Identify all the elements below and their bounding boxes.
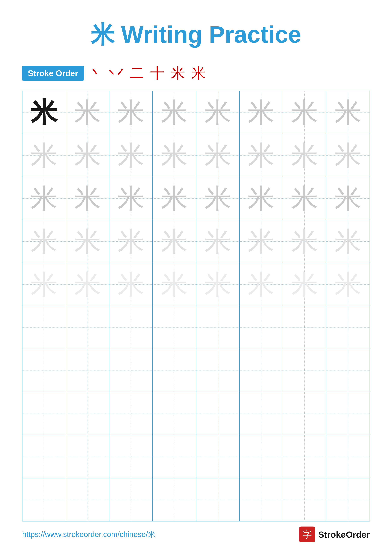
grid-cell[interactable]: 米 — [66, 220, 109, 263]
grid-cell[interactable]: 米 — [196, 134, 240, 177]
grid-cell[interactable] — [326, 392, 370, 435]
title-character: 米 — [91, 21, 114, 48]
grid-cell[interactable] — [240, 349, 283, 392]
grid-cell[interactable] — [109, 349, 153, 392]
grid-cell[interactable]: 米 — [326, 177, 370, 220]
cell-character: 米 — [74, 228, 101, 255]
grid-cell[interactable] — [153, 478, 196, 521]
grid-cell[interactable]: 米 — [66, 263, 109, 306]
grid-cell[interactable]: 米 — [109, 263, 153, 306]
grid-cell[interactable]: 米 — [22, 263, 66, 306]
grid-cell[interactable]: 米 — [196, 220, 240, 263]
grid-cell[interactable]: 米 — [240, 134, 283, 177]
grid-cell[interactable] — [109, 392, 153, 435]
grid-cell[interactable]: 米 — [153, 134, 196, 177]
stroke-order-badge: Stroke Order — [22, 66, 84, 81]
grid-cell[interactable]: 米 — [153, 91, 196, 134]
grid-cell[interactable] — [66, 349, 109, 392]
grid-cell[interactable] — [283, 306, 327, 349]
grid-cell[interactable] — [109, 306, 153, 349]
grid-cell[interactable]: 米 — [22, 177, 66, 220]
grid-cell[interactable] — [196, 435, 240, 478]
grid-cell[interactable] — [283, 478, 327, 521]
practice-grid: 米米米米米米米米米米米米米米米米米米米米米米米米米米米米米米米米米米米米米米米米 — [22, 91, 370, 521]
grid-cell[interactable] — [326, 435, 370, 478]
grid-cell[interactable] — [153, 392, 196, 435]
grid-cell[interactable] — [283, 349, 327, 392]
grid-cell[interactable] — [66, 306, 109, 349]
grid-cell[interactable]: 米 — [326, 134, 370, 177]
cell-character: 米 — [117, 99, 144, 126]
cell-character: 米 — [204, 271, 231, 298]
grid-cell[interactable] — [153, 349, 196, 392]
grid-cell[interactable]: 米 — [240, 263, 283, 306]
footer-url[interactable]: https://www.strokeorder.com/chinese/米 — [22, 529, 156, 540]
grid-cell[interactable] — [240, 435, 283, 478]
grid-cell[interactable] — [22, 349, 66, 392]
cell-character: 米 — [117, 142, 144, 169]
grid-cell[interactable] — [196, 478, 240, 521]
grid-cell[interactable]: 米 — [22, 220, 66, 263]
stroke-order-section: Stroke Order 丶 丷 二 十 米 米 — [22, 64, 370, 83]
grid-cell[interactable]: 米 — [109, 91, 153, 134]
page-title: 米 Writing Practice — [91, 21, 301, 48]
grid-cell[interactable] — [240, 478, 283, 521]
grid-cell[interactable] — [326, 349, 370, 392]
grid-cell[interactable]: 米 — [153, 220, 196, 263]
cell-character: 米 — [291, 99, 318, 126]
title-label: Writing Practice — [121, 21, 301, 48]
grid-cell[interactable] — [66, 435, 109, 478]
grid-cell[interactable]: 米 — [22, 91, 66, 134]
grid-cell[interactable] — [326, 306, 370, 349]
cell-character: 米 — [30, 142, 57, 169]
cell-character: 米 — [291, 142, 318, 169]
cell-character: 米 — [74, 185, 101, 212]
grid-cell[interactable] — [196, 392, 240, 435]
grid-cell[interactable] — [109, 435, 153, 478]
grid-cell[interactable]: 米 — [240, 177, 283, 220]
grid-cell[interactable]: 米 — [283, 263, 327, 306]
cell-character: 米 — [335, 271, 362, 298]
grid-cell[interactable] — [22, 392, 66, 435]
grid-cell[interactable] — [196, 306, 240, 349]
grid-cell[interactable]: 米 — [326, 220, 370, 263]
grid-cell[interactable] — [153, 306, 196, 349]
grid-cell[interactable]: 米 — [283, 177, 327, 220]
grid-cell[interactable] — [153, 435, 196, 478]
grid-cell[interactable]: 米 — [22, 134, 66, 177]
grid-cell[interactable] — [109, 478, 153, 521]
grid-cell[interactable] — [283, 435, 327, 478]
grid-cell[interactable]: 米 — [66, 177, 109, 220]
grid-cell[interactable]: 米 — [153, 263, 196, 306]
cell-character: 米 — [291, 271, 318, 298]
grid-cell[interactable]: 米 — [109, 177, 153, 220]
grid-cell[interactable] — [22, 435, 66, 478]
grid-cell[interactable] — [326, 478, 370, 521]
grid-cell[interactable]: 米 — [240, 91, 283, 134]
grid-cell[interactable]: 米 — [196, 177, 240, 220]
grid-cell[interactable] — [22, 306, 66, 349]
grid-cell[interactable]: 米 — [196, 263, 240, 306]
grid-cell[interactable]: 米 — [326, 91, 370, 134]
grid-cell[interactable] — [196, 349, 240, 392]
grid-cell[interactable]: 米 — [109, 134, 153, 177]
grid-cell[interactable]: 米 — [283, 91, 327, 134]
grid-cell[interactable]: 米 — [109, 220, 153, 263]
footer-brand: 字 StrokeOrder — [299, 526, 370, 542]
grid-cell[interactable] — [22, 478, 66, 521]
cell-character: 米 — [117, 271, 144, 298]
grid-cell[interactable]: 米 — [240, 220, 283, 263]
grid-cell[interactable]: 米 — [196, 91, 240, 134]
grid-cell[interactable]: 米 — [283, 220, 327, 263]
grid-cell[interactable]: 米 — [66, 91, 109, 134]
grid-cell[interactable]: 米 — [283, 134, 327, 177]
grid-cell[interactable]: 米 — [153, 177, 196, 220]
grid-cell[interactable] — [66, 478, 109, 521]
grid-cell[interactable] — [240, 306, 283, 349]
grid-cell[interactable] — [240, 392, 283, 435]
stroke-6: 米 — [191, 64, 206, 83]
grid-cell[interactable] — [66, 392, 109, 435]
grid-cell[interactable] — [283, 392, 327, 435]
grid-cell[interactable]: 米 — [66, 134, 109, 177]
grid-cell[interactable]: 米 — [326, 263, 370, 306]
